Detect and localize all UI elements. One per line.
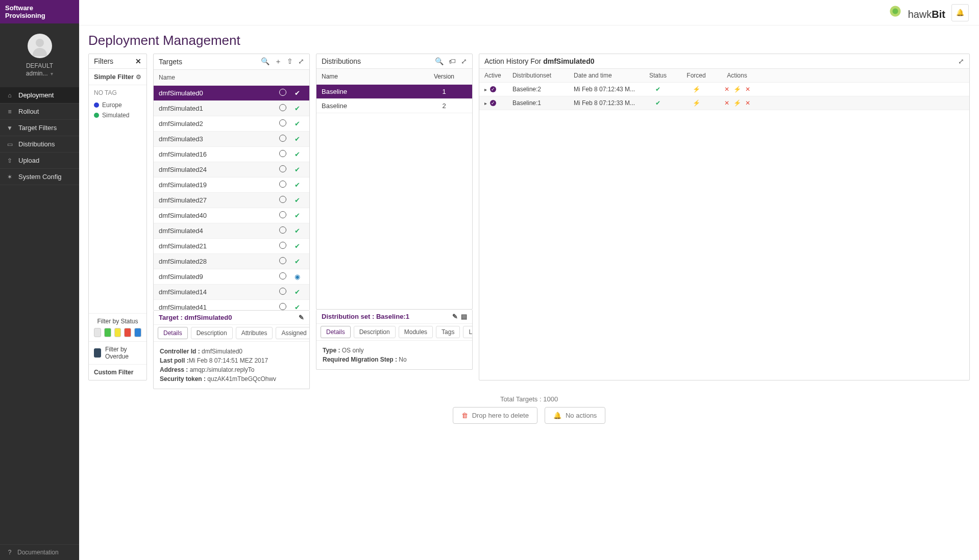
delete-action-icon[interactable]: ✕ (745, 86, 750, 93)
edit-icon[interactable]: ✎ (299, 314, 304, 321)
filter-status-label: Filter by Status (94, 318, 141, 325)
drop-delete-zone[interactable]: 🗑 Drop here to delete (453, 407, 537, 424)
nav-icon: ▼ (6, 124, 13, 132)
status-swatch[interactable] (134, 328, 141, 337)
tab-details[interactable]: Details (321, 326, 351, 338)
tab-modules[interactable]: Modules (399, 326, 433, 338)
distributions-list[interactable]: Baseline1Baseline2 (316, 85, 472, 309)
target-row[interactable]: dmfSimulated2✔ (154, 116, 309, 132)
status-ok-icon: ✔ (295, 227, 300, 235)
status-swatch[interactable] (94, 328, 101, 337)
force-action-icon[interactable]: ⚡ (733, 99, 741, 107)
expand-row-icon[interactable]: ▸ (484, 87, 487, 92)
target-row[interactable]: dmfSimulated14✔ (154, 285, 309, 300)
target-row[interactable]: dmfSimulated27✔ (154, 193, 309, 208)
status-ok-icon: ✔ (640, 86, 676, 93)
tag-filter[interactable]: Europe (94, 101, 141, 109)
bell-icon: 🔔 (956, 9, 964, 16)
tag-icon[interactable]: 🏷 (449, 57, 456, 65)
status-pending-icon (279, 181, 286, 188)
expand-icon[interactable]: ⤢ (958, 57, 964, 65)
tab-description[interactable]: Description (191, 327, 233, 339)
add-icon[interactable]: ＋ (275, 57, 282, 66)
tab-attributes[interactable]: Attributes (236, 327, 273, 339)
status-pending-icon (279, 226, 286, 234)
tab-assigned[interactable]: Assigned (276, 327, 309, 339)
target-row[interactable]: dmfSimulated4✔ (154, 223, 309, 239)
status-ok-icon: ✔ (295, 212, 300, 219)
documentation-link[interactable]: ? Documentation (0, 544, 79, 560)
simple-filter-label: Simple Filter (94, 73, 134, 81)
cancel-action-icon[interactable]: ✕ (724, 86, 729, 93)
tag-filter[interactable]: Simulated (94, 112, 141, 119)
tab-log[interactable]: Log (463, 326, 472, 338)
status-ok-icon: ✔ (295, 242, 300, 250)
avatar (28, 34, 52, 58)
status-pending-icon (279, 89, 286, 96)
target-row[interactable]: dmfSimulated40✔ (154, 208, 309, 223)
nav-item-target-filters[interactable]: ▼Target Filters (0, 120, 79, 136)
nav-icon: ⌂ (6, 92, 13, 99)
no-tag-filter[interactable]: NO TAG (94, 89, 141, 96)
target-details-name: dmfSimulated0 (184, 314, 232, 321)
total-targets-value: 1000 (543, 395, 558, 403)
help-icon: ? (6, 549, 13, 556)
chevron-down-icon: ▾ (51, 71, 53, 77)
search-icon[interactable]: 🔍 (435, 57, 444, 65)
status-swatch[interactable] (104, 328, 111, 337)
nav-item-distributions[interactable]: ▭Distributions (0, 136, 79, 152)
target-details-panel: Target : dmfSimulated0 ✎ DetailsDescript… (153, 311, 310, 389)
filters-title: Filters (94, 57, 113, 65)
target-row[interactable]: dmfSimulated9◉ (154, 269, 309, 285)
status-swatch[interactable] (114, 328, 121, 337)
custom-filter-button[interactable]: Custom Filter (89, 364, 146, 380)
status-ok-icon: ✔ (295, 181, 300, 189)
delete-action-icon[interactable]: ✕ (745, 99, 750, 107)
force-action-icon[interactable]: ⚡ (733, 86, 741, 93)
tab-tags[interactable]: Tags (436, 326, 460, 338)
dist-details-panel: Distribution set : Baseline:1 ✎ ▤ Detail… (316, 310, 473, 370)
search-icon[interactable]: 🔍 (261, 57, 270, 66)
distribution-row[interactable]: Baseline2 (316, 99, 472, 113)
status-swatch[interactable] (124, 328, 131, 337)
target-row[interactable]: dmfSimulated24✔ (154, 162, 309, 177)
history-row[interactable]: ▸✓Baseline:1Mi Feb 8 07:12:33 M...✔⚡✕⚡✕ (479, 96, 969, 110)
user-name: admin... (26, 70, 48, 77)
notifications-button[interactable]: 🔔 (951, 4, 969, 21)
overdue-swatch[interactable] (94, 348, 101, 358)
upload-icon[interactable]: ⇧ (287, 57, 293, 66)
nav-item-rollout[interactable]: ≡Rollout (0, 104, 79, 120)
target-row[interactable]: dmfSimulated21✔ (154, 239, 309, 254)
targets-panel: Targets 🔍 ＋ ⇧ ⤢ Name dmfSimulated0✔dmfSi… (153, 54, 310, 311)
tab-description[interactable]: Description (354, 326, 396, 338)
target-row[interactable]: dmfSimulated1✔ (154, 101, 309, 116)
expand-row-icon[interactable]: ▸ (484, 100, 487, 106)
expand-icon[interactable]: ⤢ (298, 57, 304, 66)
targets-col-name: Name (159, 74, 276, 81)
nav-item-deployment[interactable]: ⌂Deployment (0, 87, 79, 104)
expand-icon[interactable]: ⤢ (461, 57, 467, 65)
target-row[interactable]: dmfSimulated3✔ (154, 132, 309, 147)
metadata-icon[interactable]: ▤ (461, 313, 467, 320)
target-row[interactable]: dmfSimulated19✔ (154, 177, 309, 193)
target-row[interactable]: dmfSimulated16✔ (154, 147, 309, 162)
target-row[interactable]: dmfSimulated0✔ (154, 86, 309, 101)
nav-icon: ▭ (6, 141, 13, 148)
user-menu[interactable]: admin... ▾ (5, 69, 74, 77)
app-title: Software Provisioning (0, 0, 79, 23)
edit-icon[interactable]: ✎ (452, 313, 458, 320)
close-icon[interactable]: ✕ (135, 57, 141, 65)
history-row[interactable]: ▸✓Baseline:2Mi Feb 8 07:12:43 M...✔⚡✕⚡✕ (479, 83, 969, 96)
status-ok-icon: ✔ (295, 288, 300, 296)
target-row[interactable]: dmfSimulated28✔ (154, 254, 309, 269)
gear-icon[interactable]: ⚙ (136, 73, 141, 81)
cancel-action-icon[interactable]: ✕ (724, 99, 729, 107)
nav-item-upload[interactable]: ⇧Upload (0, 152, 79, 169)
bell-icon: 🔔 (553, 412, 561, 419)
targets-list[interactable]: dmfSimulated0✔dmfSimulated1✔dmfSimulated… (154, 86, 309, 310)
distribution-row[interactable]: Baseline1 (316, 85, 472, 99)
tab-details[interactable]: Details (158, 327, 188, 339)
nav-item-system-config[interactable]: ✶System Config (0, 169, 79, 185)
no-actions-zone[interactable]: 🔔 No actions (545, 407, 605, 424)
target-row[interactable]: dmfSimulated41✔ (154, 300, 309, 310)
